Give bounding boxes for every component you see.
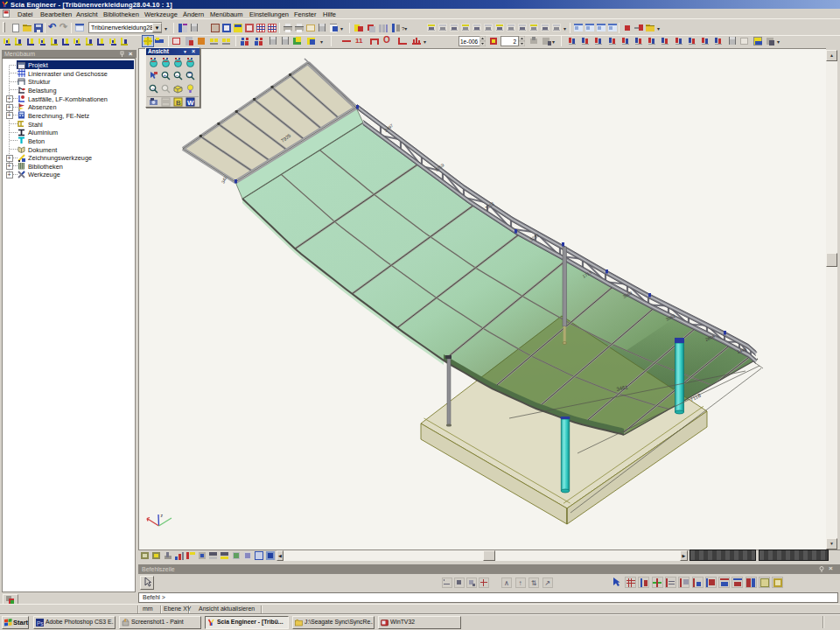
svg-text:B: B <box>176 99 181 107</box>
svg-text:+: + <box>164 73 167 78</box>
svg-text:Ps: Ps <box>37 620 44 626</box>
svg-text:↔: ↔ <box>151 86 157 91</box>
svg-text:z: z <box>161 513 164 518</box>
svg-text:❐: ❐ <box>188 73 193 78</box>
svg-text:W: W <box>187 99 194 107</box>
svg-text:−: − <box>176 73 179 78</box>
